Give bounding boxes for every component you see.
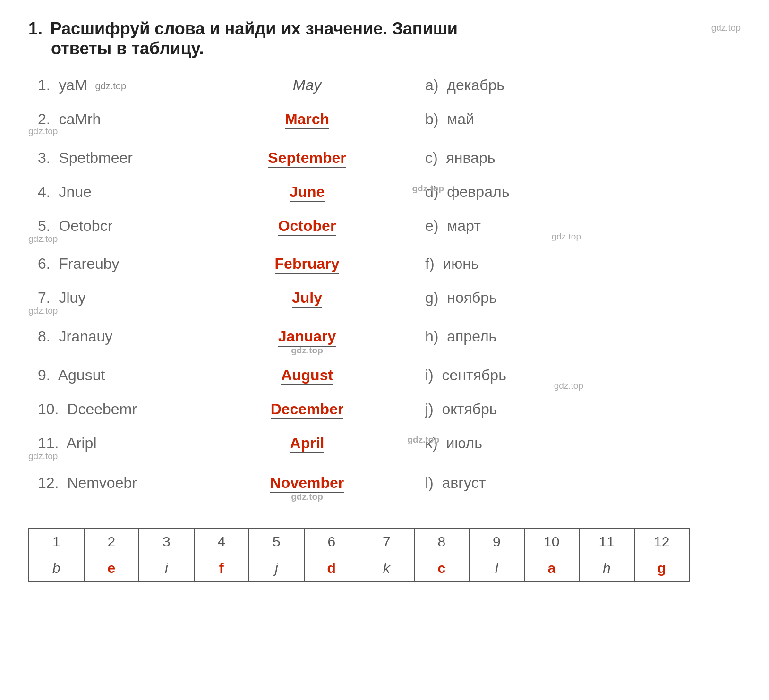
table-header-cell: 2 — [84, 529, 139, 555]
russian-translation: l) август — [406, 474, 586, 492]
page-container: 1. Расшифруй слова и найди их значение. … — [28, 19, 741, 582]
answer-word: February — [208, 255, 406, 273]
task-number: 1. — [28, 19, 43, 38]
exercise-row: 10. Dceebemr December j) октябрь — [28, 392, 741, 426]
table-answer-cell: j — [249, 555, 304, 581]
scrambled-word: 8. Jranauy — [28, 328, 208, 345]
table-answer-cell: f — [194, 555, 249, 581]
watermark: gdz.top — [552, 231, 581, 242]
russian-translation: h) апрель — [406, 328, 586, 345]
russian-translation: e) март gdz.top — [406, 217, 586, 235]
table-header-cell: 3 — [139, 529, 194, 555]
table-answer-cell: i — [139, 555, 194, 581]
table-answer-cell: d — [304, 555, 359, 581]
scrambled-word: 1. уаМ gdz.top — [28, 77, 208, 94]
table-header-cell: 9 — [469, 529, 524, 555]
table-header-cell: 4 — [194, 529, 249, 555]
scrambled-word: 9. Agusut — [28, 367, 208, 384]
task-header: 1. Расшифруй слова и найди их значение. … — [28, 19, 741, 59]
answer-word: December — [208, 401, 406, 418]
table-header-cell: 5 — [249, 529, 304, 555]
scrambled-word: 6. Frareuby — [28, 255, 208, 273]
scrambled-word: 12. Nemvoebr — [28, 474, 208, 492]
answer-word: July — [208, 289, 406, 307]
scrambled-word: 3. Spetbmeer — [28, 149, 208, 167]
exercise-row: 8. Jranauy January gdz.top h) апрель — [28, 319, 741, 353]
scrambled-word: 2. сaMrh gdz.top — [28, 111, 208, 128]
table-answer-cell: k — [359, 555, 414, 581]
table-answer-cell: e — [84, 555, 139, 581]
exercise-row: 6. Frareuby February f) июнь — [28, 247, 741, 281]
table-header-cell: 10 — [524, 529, 580, 555]
answer-word: March — [208, 111, 406, 128]
answer-table: 1 2 3 4 5 6 7 8 9 10 11 12 b e — [28, 528, 690, 582]
answer-word: January gdz.top — [208, 328, 406, 345]
watermark: gdz.top — [412, 183, 444, 194]
table-header-cell: 12 — [634, 529, 690, 555]
scrambled-word: 7. Jluy gdz.top — [28, 289, 208, 307]
task-instruction: Расшифруй слова и найди их значение. Зап… — [50, 19, 457, 38]
answer-word: May — [208, 77, 406, 94]
exercise-row: 1. уаМ gdz.top May a) декабрь — [28, 68, 741, 102]
exercise-row: 11. Aripl gdz.top April gdz.top k) июль — [28, 426, 741, 460]
watermark: gdz.top — [554, 381, 583, 391]
answer-word: October — [208, 217, 406, 235]
table-header-cell: 7 — [359, 529, 414, 555]
scrambled-word: 5. Oetobcr gdz.top — [28, 217, 208, 235]
exercise-rows: 1. уаМ gdz.top May a) декабрь 2. сaMrh g… — [28, 68, 741, 500]
table-header-cell: 6 — [304, 529, 359, 555]
watermark: gdz.top — [407, 435, 439, 445]
russian-translation: b) май — [406, 111, 586, 128]
task-instruction-line2: ответы в таблицу. — [51, 39, 204, 58]
watermark: gdz.top — [28, 126, 58, 137]
table-answer-row: b e i f j d k c l a h g — [29, 555, 689, 581]
scrambled-word: 10. Dceebemr — [28, 401, 208, 418]
table-answer-cell: b — [29, 555, 84, 581]
watermark: gdz.top — [95, 81, 126, 91]
scrambled-word: 11. Aripl gdz.top — [28, 435, 208, 452]
russian-translation: c) январь — [406, 149, 586, 167]
table-answer-cell: h — [579, 555, 634, 581]
scrambled-word: 4. Jnue — [28, 183, 208, 201]
watermark: gdz.top — [28, 234, 58, 244]
russian-translation: i) сентябрь gdz.top — [406, 367, 586, 384]
table-answer-cell: c — [414, 555, 470, 581]
table-header-cell: 1 — [29, 529, 84, 555]
table-answer-cell: g — [634, 555, 690, 581]
russian-translation: f) июнь — [406, 255, 586, 273]
table-answer-cell: a — [524, 555, 580, 581]
russian-translation: g) ноябрь — [406, 289, 586, 307]
exercise-row: 9. Agusut August i) сентябрь gdz.top — [28, 358, 741, 392]
russian-translation: j) октябрь — [406, 401, 586, 418]
exercise-row: 5. Oetobcr gdz.top October e) март gdz.t… — [28, 209, 741, 243]
watermark: gdz.top — [291, 345, 323, 356]
russian-translation: a) декабрь — [406, 77, 586, 94]
table-header-cell: 8 — [414, 529, 470, 555]
watermark: gdz.top — [28, 451, 58, 461]
exercise-row: 12. Nemvoebr November gdz.top l) август — [28, 466, 741, 500]
answer-word: November gdz.top — [208, 474, 406, 492]
answer-word: June gdz.top — [208, 183, 406, 201]
answer-word: August — [208, 367, 406, 384]
gdz-watermark-topright: gdz.top — [711, 23, 741, 33]
answer-word: April gdz.top — [208, 435, 406, 452]
table-header-row: 1 2 3 4 5 6 7 8 9 10 11 12 — [29, 529, 689, 555]
exercise-row: 4. Jnue June gdz.top d) февраль — [28, 175, 741, 209]
exercise-row: 2. сaMrh gdz.top March b) май — [28, 102, 741, 136]
answer-word: September — [208, 149, 406, 167]
exercise-row: 7. Jluy gdz.top July g) ноябрь — [28, 281, 741, 315]
watermark: gdz.top — [291, 492, 323, 502]
table-answer-cell: l — [469, 555, 524, 581]
exercise-row: 3. Spetbmeer September c) январь — [28, 141, 741, 175]
answer-table-container: 1 2 3 4 5 6 7 8 9 10 11 12 b e — [28, 528, 741, 582]
table-header-cell: 11 — [579, 529, 634, 555]
watermark: gdz.top — [28, 306, 58, 316]
